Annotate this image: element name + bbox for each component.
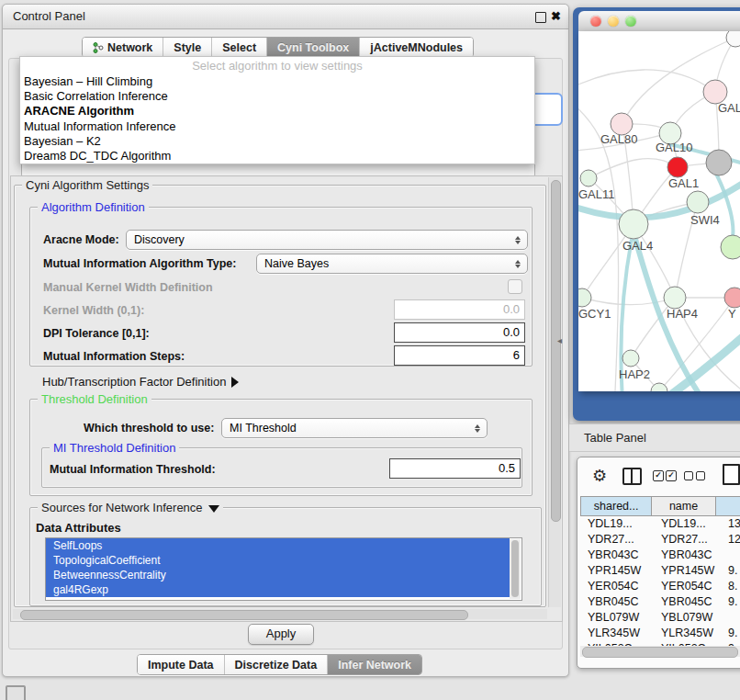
which-threshold-combobox[interactable]: MI Threshold — [221, 418, 488, 438]
close-icon[interactable]: ✖ — [551, 9, 561, 23]
algorithm-menu-item[interactable]: ARACNE Algorithm — [20, 104, 534, 119]
screen: Control Panel ✖ NetworkStyleSelectCyni T… — [0, 0, 740, 700]
table-cell: 9. — [728, 626, 737, 641]
attribute-list-item[interactable]: BetweennessCentrality — [46, 568, 510, 582]
tab-network[interactable]: Network — [83, 38, 163, 57]
horizontal-scrollbar-thumb[interactable] — [20, 610, 468, 620]
column-header-partial[interactable] — [716, 496, 740, 516]
algorithm-menu-item[interactable]: Mutual Information Inference — [20, 119, 534, 134]
tab-impute-data[interactable]: Impute Data — [138, 655, 225, 674]
list-scrollbar-thumb[interactable] — [511, 540, 519, 597]
network-node-swi4[interactable] — [687, 191, 709, 213]
kernel-width-input[interactable]: 0.0 — [394, 299, 525, 320]
attribute-list-item[interactable]: TopologicalCoefficient — [46, 553, 510, 568]
tab-infer-network[interactable]: Infer Network — [328, 655, 421, 674]
network-node-label: HAP4 — [667, 307, 698, 321]
manual-kernel-checkbox[interactable] — [508, 279, 522, 294]
network-node-gal4[interactable] — [619, 209, 648, 239]
mi-threshold-input[interactable]: 0.5 — [389, 458, 521, 479]
algorithm-menu-item[interactable]: Bayesian – Hill Climbing — [20, 74, 534, 89]
data-attributes-list[interactable]: SelfLoopsTopologicalCoefficientBetweenne… — [45, 537, 522, 601]
network-node-gal1[interactable] — [667, 157, 688, 177]
dock-panel-icon[interactable] — [6, 685, 26, 700]
mi-steps-input[interactable]: 6 — [394, 345, 525, 366]
float-window-icon[interactable] — [535, 12, 546, 23]
table-cell: YER054C — [588, 579, 639, 594]
dpi-tolerance-input[interactable]: 0.0 — [394, 322, 525, 343]
table-row[interactable]: YBR045CYBR045C9. — [580, 594, 740, 610]
table-panel-header[interactable]: Table Panel — [569, 423, 740, 452]
tab-style[interactable]: Style — [163, 38, 212, 57]
control-panel-titlebar[interactable]: Control Panel ✖ — [3, 5, 568, 29]
vertical-scrollbar-thumb[interactable] — [551, 180, 561, 522]
algorithm-menu-item[interactable]: Bayesian – K2 — [20, 134, 534, 149]
list-scrollbar[interactable] — [510, 539, 521, 599]
table-hscrollbar-thumb[interactable] — [582, 647, 738, 658]
network-node-hap4[interactable] — [664, 287, 686, 309]
tab-jactivemnodules[interactable]: jActiveMNodules — [360, 38, 473, 57]
table-row[interactable]: YER054CYER054C8. — [580, 579, 740, 594]
aracne-mode-combobox[interactable]: Discovery — [126, 230, 528, 250]
column-header-name[interactable]: name — [652, 496, 715, 516]
zoom-traffic-light-icon[interactable] — [625, 16, 636, 27]
minimize-traffic-light-icon[interactable] — [608, 16, 619, 27]
algorithm-menu-item[interactable]: Dream8 DC_TDC Algorithm — [20, 149, 534, 164]
table-cell: 8. — [728, 579, 737, 594]
tab-discretize-data[interactable]: Discretize Data — [225, 655, 329, 674]
panel-splitter-handle[interactable]: ◂ — [557, 335, 562, 345]
vertical-scrollbar[interactable] — [548, 177, 561, 607]
tab-label: Infer Network — [338, 659, 411, 672]
table-row[interactable]: YPR145WYPR145W9. — [580, 563, 740, 579]
table-cell: YLR345W — [588, 626, 640, 641]
cyni-algorithm-settings-group: Cyni Algorithm Settings Algorithm Defini… — [14, 185, 546, 607]
tab-label: Discretize Data — [235, 659, 318, 672]
network-node[interactable] — [721, 235, 740, 259]
table-row[interactable]: YDL19...YDL19...13 — [580, 516, 740, 532]
network-edge[interactable] — [589, 159, 678, 178]
network-edge-weighted[interactable] — [716, 174, 733, 237]
network-node-hap2[interactable] — [622, 350, 639, 367]
tab-cyni-toolbox[interactable]: Cyni Toolbox — [267, 38, 360, 57]
expander-collapsed-icon — [231, 377, 239, 388]
table-row[interactable]: YLR345WYLR345W9. — [580, 626, 740, 641]
attribute-list-item[interactable]: gal4RGexp — [46, 582, 510, 597]
network-node[interactable] — [706, 150, 732, 175]
hub-factor-label: Hub/Transcription Factor Definition — [42, 375, 226, 389]
network-edge[interactable] — [578, 70, 715, 92]
network-node-y[interactable] — [724, 288, 740, 308]
network-edge[interactable] — [582, 298, 675, 305]
algorithm-menu-item[interactable]: Basic Correlation Inference — [20, 89, 534, 104]
columns-icon[interactable] — [622, 468, 642, 485]
network-node[interactable] — [726, 31, 740, 47]
table-row[interactable]: YDR27...YDR27...12 — [580, 532, 740, 548]
network-node-gal11[interactable] — [580, 170, 597, 186]
table-panel-title: Table Panel — [584, 424, 646, 451]
table-cell: YDL19... — [588, 516, 633, 532]
sources-legend[interactable]: Sources for Network Inference — [38, 501, 223, 514]
network-node-gcy1[interactable] — [578, 288, 591, 307]
mi-type-label: Mutual Information Algorithm Type: — [43, 257, 236, 270]
network-window-titlebar[interactable] — [578, 11, 740, 32]
mi-type-combobox[interactable]: Naive Bayes — [256, 254, 528, 274]
close-traffic-light-icon[interactable] — [590, 16, 601, 27]
column-header-shared-name[interactable]: shared... — [580, 496, 652, 516]
table-row[interactable]: YBL079WYBL079W — [580, 610, 740, 626]
attribute-list-item[interactable]: SelfLoops — [46, 538, 510, 553]
select-all-checkboxes-icon[interactable]: ✓✓ — [653, 470, 677, 481]
tab-label: Cyni Toolbox — [277, 41, 349, 54]
network-canvas[interactable]: GAL7GAL80GAL10GAL1GAL11SWI4GAL4GCY1HAP4Y… — [578, 31, 740, 391]
aracne-mode-value: Discovery — [134, 233, 185, 246]
deselect-all-checkboxes-icon[interactable] — [684, 471, 705, 480]
horizontal-scrollbar[interactable] — [13, 609, 547, 619]
table-row[interactable]: YBR043CYBR043C — [580, 548, 740, 563]
table-horizontal-scrollbar[interactable] — [580, 646, 740, 657]
table-cell: 9. — [728, 594, 737, 610]
hub-factor-expander[interactable]: Hub/Transcription Factor Definition — [42, 375, 239, 389]
tab-select[interactable]: Select — [212, 38, 267, 57]
apply-button[interactable]: Apply — [248, 624, 314, 645]
network-node-label: GAL7 — [718, 101, 740, 115]
manual-kernel-label: Manual Kernel Width Definition — [43, 281, 213, 294]
new-table-icon[interactable] — [723, 464, 740, 485]
gear-icon[interactable]: ⚙ — [592, 466, 607, 486]
network-node-label: GAL1 — [668, 176, 699, 190]
